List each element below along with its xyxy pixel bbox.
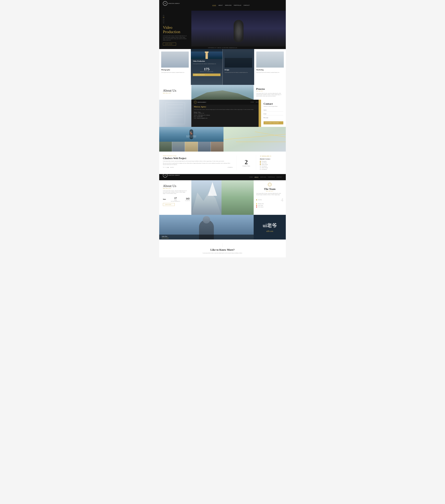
team-logo-icon: [256, 183, 283, 186]
project-goals-area: ✦WEB & DES✦ PROJECT GOALS Photography Lo…: [260, 155, 282, 170]
contact-form-subtitle: Solutions for Web & Digital Media: [263, 106, 283, 107]
about-content-left: About Us Who We Are? Lorem ipsum dolor s…: [159, 180, 191, 215]
start-project-button[interactable]: START A PROJECT →: [193, 73, 220, 76]
nav-about[interactable]: ABOUT: [218, 5, 223, 6]
goal-website-2: Website Design: [260, 167, 282, 168]
video-stat: 175 PROJECTS COMPLETED: [193, 67, 220, 72]
hero-num-2[interactable]: 02.: [163, 17, 188, 18]
team-member-3: Jamie Adam: [256, 205, 283, 206]
team-right-panel: The Team Who We Are? Lorem ipsum dolor s…: [254, 180, 286, 215]
process-subtitle: How We Do?: [256, 90, 283, 92]
service-design: Design Lorem ipsum has been the industry…: [223, 49, 254, 85]
contact-email-field[interactable]: [263, 112, 283, 115]
site-logo: M MINICON.AGENCY: [163, 1, 180, 6]
about-nav-items: HOME ABOUT SERVICES PORTFOLIO CONTACT: [249, 177, 282, 178]
portfolio-thumb-2[interactable]: [172, 142, 185, 152]
contact-form: Contact Solutions for Web & Digital Medi…: [261, 100, 286, 127]
project-category: Website Development / Design: [163, 155, 233, 156]
project-social-facebook[interactable]: f: [165, 167, 165, 168]
marketing-desc: Lorem ipsum has been the industry's stan…: [256, 72, 284, 73]
project-social-rss[interactable]: ◉: [167, 167, 169, 168]
about-nav-portfolio[interactable]: PORTFOLIO: [268, 177, 275, 178]
goal-dot-1: [260, 161, 261, 162]
project-share-label: SHARE: [170, 167, 174, 168]
hero-num-5[interactable]: 05.: [163, 22, 188, 24]
stat-achievements-label: OUR ACHIEVEMENTS: [171, 200, 180, 202]
profile-image-area: John Doe CEO & Founder: [159, 215, 254, 239]
portfolio-thumb-3[interactable]: [185, 142, 198, 152]
about-process-section: About Us Who We Are? Process How We Do? …: [159, 85, 286, 100]
contact-page-area: MINICON.AGENCY HOME ABOUT SERVICES PORTF…: [191, 100, 286, 127]
hero-num-3[interactable]: 03.: [163, 18, 188, 20]
contact-name-field[interactable]: [263, 109, 283, 111]
nav-contact[interactable]: CONTACT: [243, 5, 250, 6]
hero-content: 01. 02. 03. 04. 05. Video Production Lor…: [159, 11, 286, 46]
hero-num-1[interactable]: 01.: [163, 15, 188, 16]
cta-title: Like to Know More?: [163, 248, 282, 251]
project-stars-label: Creative Stars: [242, 165, 250, 167]
portfolio-thumb-4[interactable]: [198, 142, 211, 152]
about-page-title: About Us: [163, 184, 188, 188]
cta-divider: [222, 243, 223, 247]
about-subtitle: Who We Are?: [163, 92, 188, 94]
portfolio-main-photo: 🦌 WADRS AHMED PHOTOGRAPHY: [159, 127, 223, 142]
about-nav-services[interactable]: SERVICES: [260, 177, 266, 178]
project-social-twitter[interactable]: 𝕏: [163, 167, 164, 168]
portfolio-thumb-1[interactable]: [159, 142, 172, 152]
map-area: [223, 127, 286, 152]
about-page-subtitle: Who We Are?: [163, 188, 188, 189]
goal-label-5: Website Design: [261, 167, 268, 168]
goal-label-3: Website Design: [261, 164, 268, 165]
team-dot-4: [256, 207, 257, 208]
team-member-2: Madame John: [256, 203, 283, 204]
project-social-instagram[interactable]: ◻: [166, 167, 167, 168]
design-desc: Lorem ipsum has been the industry's stan…: [225, 72, 252, 73]
service-video: Video Production Lorem ipsum has been th…: [191, 49, 222, 85]
nav-home[interactable]: HOME: [212, 5, 216, 6]
contact-message-field[interactable]: [263, 116, 283, 120]
deer-name: WADRS AHMED: [186, 135, 196, 137]
learn-more-button[interactable]: LEARN MORE →: [163, 43, 176, 45]
process-title: Process: [256, 87, 283, 90]
mountain-image: [191, 85, 254, 100]
diver-figure: [234, 20, 243, 42]
about-nav-contact[interactable]: CONTACT: [277, 177, 282, 178]
stat-clients-label: CLIENTS: [185, 200, 190, 201]
stat-clients: 143 CLIENTS: [185, 197, 190, 201]
project-section: Website Development / Design Climbers We…: [159, 152, 286, 174]
team-logo-inner: [269, 183, 271, 185]
video-desc: Lorem ipsum has been the industry's stan…: [193, 63, 220, 65]
goal-label-6: Development: [261, 169, 267, 170]
project-number: 2: [245, 159, 248, 165]
watermark-line1: ui老爷: [263, 222, 277, 229]
cta-section: Like to Know More? Lorem ipsum dolor sit…: [159, 239, 286, 257]
about-nav-about[interactable]: ABOUT: [255, 177, 259, 178]
portfolio-map-section: 🦌 WADRS AHMED PHOTOGRAPHY: [159, 127, 286, 152]
nav-services[interactable]: SERVICES: [225, 5, 232, 6]
watermark-line2: uil8.com: [266, 230, 273, 232]
marketing-title: Marketing: [256, 69, 284, 71]
about-nav-home[interactable]: HOME: [249, 177, 253, 178]
stats-area: Stats 17 OUR ACHIEVEMENTS 143 CLIENTS 4 …: [163, 194, 188, 202]
about-logo-text: MINICON.AGENCY: [168, 175, 180, 176]
contact-nav-home[interactable]: HOME: [251, 102, 254, 103]
portfolio-photos: 🦌 WADRS AHMED PHOTOGRAPHY: [159, 127, 223, 152]
team-subtitle: Who We Are?: [256, 191, 283, 192]
goal-photography: Photography: [260, 161, 282, 162]
deer-icon: 🦌: [186, 131, 196, 135]
goal-label-2: Logo Design: [261, 162, 267, 163]
about-learn-more-button[interactable]: LEARN MORE →: [163, 203, 175, 206]
nav-portfolio[interactable]: PORTFOLIO: [234, 5, 241, 6]
member-name-3: Jamie Adam: [258, 205, 263, 206]
member-name-1: John Doe: [258, 199, 262, 200]
map-background: [223, 127, 286, 152]
project-number-area: 2 Creative Stars: [236, 155, 256, 170]
team-dot-2: [256, 203, 257, 204]
map-road-2: [236, 142, 286, 142]
contact-submit-button[interactable]: LETS WORK TOGETHER →: [263, 121, 283, 124]
portfolio-thumb-5[interactable]: [211, 142, 223, 152]
hero-section: M MINICON.AGENCY HOME ABOUT SERVICES POR…: [159, 0, 286, 49]
team-dot-3: [256, 205, 257, 206]
hero-num-4[interactable]: 04.: [163, 20, 188, 22]
map-roads: [223, 127, 286, 152]
